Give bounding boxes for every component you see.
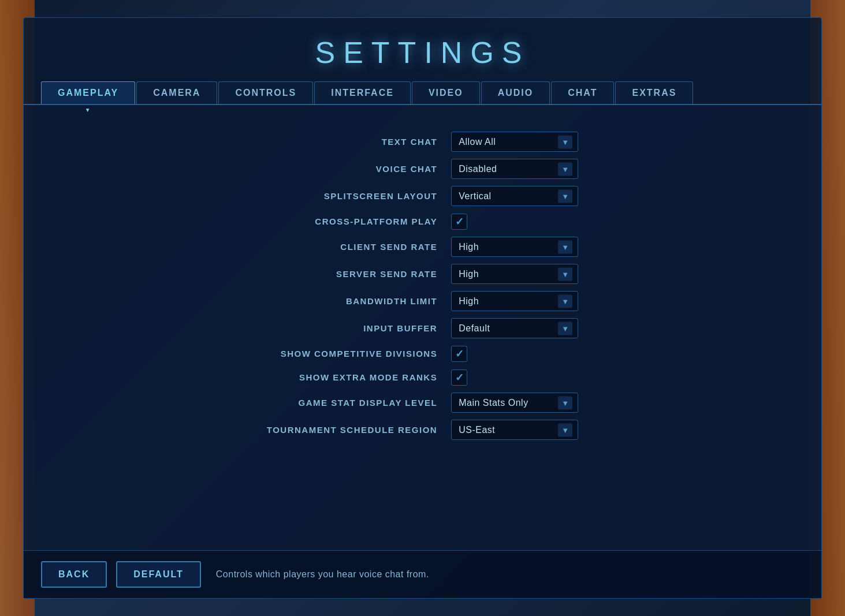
control-client-send-rate: High Medium Low — [451, 233, 624, 260]
tab-interface[interactable]: INTERFACE — [314, 81, 411, 104]
dropdown-input-buffer[interactable]: Default Low High — [451, 318, 578, 338]
label-voice-chat: VOICE CHAT — [221, 157, 452, 181]
label-server-send-rate: SERVER SEND RATE — [221, 262, 452, 286]
settings-grid: TEXT CHAT Allow All Friends Only Disable… — [221, 128, 625, 443]
label-text-chat: TEXT CHAT — [221, 130, 452, 154]
page-title: SETTINGS — [24, 35, 821, 70]
label-tournament-schedule-region: TOURNAMENT SCHEDULE REGION — [221, 418, 452, 442]
dropdown-voice-chat[interactable]: Disabled Friends Only Allow All — [451, 159, 578, 179]
control-cross-platform — [451, 210, 624, 233]
label-input-buffer: INPUT BUFFER — [221, 316, 452, 340]
tab-gameplay[interactable]: GAMEPLAY — [41, 81, 135, 104]
control-server-send-rate: High Medium Low — [451, 260, 624, 288]
main-container: SETTINGS GAMEPLAY CAMERA CONTROLS INTERF… — [23, 17, 822, 599]
content-area: TEXT CHAT Allow All Friends Only Disable… — [24, 104, 821, 550]
dropdown-wrapper-tournament-region: US-East US-West Europe Asia — [451, 420, 578, 440]
label-cross-platform: CROSS-PLATFORM PLAY — [221, 210, 452, 233]
tab-extras[interactable]: EXTRAS — [615, 81, 693, 104]
label-game-stat-display-level: GAME STAT DISPLAY LEVEL — [221, 391, 452, 415]
title-area: SETTINGS — [24, 18, 821, 81]
label-client-send-rate: CLIENT SEND RATE — [221, 235, 452, 259]
dropdown-wrapper-client-send-rate: High Medium Low — [451, 237, 578, 257]
dropdown-wrapper-bandwidth-limit: High Medium Low — [451, 291, 578, 311]
tab-audio[interactable]: AUDIO — [481, 81, 550, 104]
dropdown-bandwidth-limit[interactable]: High Medium Low — [451, 291, 578, 311]
control-text-chat: Allow All Friends Only Disabled — [451, 128, 624, 155]
dropdown-text-chat[interactable]: Allow All Friends Only Disabled — [451, 132, 578, 152]
checkbox-show-competitive-divisions[interactable] — [451, 346, 467, 362]
control-bandwidth-limit: High Medium Low — [451, 288, 624, 315]
dropdown-client-send-rate[interactable]: High Medium Low — [451, 237, 578, 257]
tab-camera[interactable]: CAMERA — [136, 81, 217, 104]
checkbox-wrapper-cross-platform — [451, 214, 467, 230]
dropdown-server-send-rate[interactable]: High Medium Low — [451, 264, 578, 284]
hint-text: Controls which players you hear voice ch… — [216, 569, 429, 580]
control-tournament-schedule-region: US-East US-West Europe Asia — [451, 416, 624, 443]
dropdown-wrapper-game-stat-display: Main Stats Only All Stats None — [451, 393, 578, 413]
label-bandwidth-limit: BANDWIDTH LIMIT — [221, 289, 452, 313]
bottom-bar: BACK DEFAULT Controls which players you … — [24, 550, 821, 598]
control-voice-chat: Disabled Friends Only Allow All — [451, 155, 624, 182]
dropdown-game-stat-display-level[interactable]: Main Stats Only All Stats None — [451, 393, 578, 413]
label-show-competitive-divisions: SHOW COMPETITIVE DIVISIONS — [221, 342, 452, 365]
tab-controls[interactable]: CONTROLS — [218, 81, 313, 104]
dropdown-wrapper-input-buffer: Default Low High — [451, 318, 578, 338]
control-game-stat-display-level: Main Stats Only All Stats None — [451, 389, 624, 416]
control-show-extra-mode-ranks — [451, 366, 624, 389]
control-splitscreen-layout: Vertical Horizontal — [451, 182, 624, 210]
dropdown-wrapper-voice-chat: Disabled Friends Only Allow All — [451, 159, 578, 179]
control-input-buffer: Default Low High — [451, 315, 624, 342]
dropdown-wrapper-splitscreen: Vertical Horizontal — [451, 186, 578, 206]
label-show-extra-mode-ranks: SHOW EXTRA MODE RANKS — [221, 365, 452, 389]
default-button[interactable]: DEFAULT — [116, 561, 201, 588]
checkbox-wrapper-extra-mode-ranks — [451, 369, 467, 386]
dropdown-wrapper-text-chat: Allow All Friends Only Disabled — [451, 132, 578, 152]
tabs-row: GAMEPLAY CAMERA CONTROLS INTERFACE VIDEO… — [24, 81, 821, 104]
checkbox-wrapper-competitive-divisions — [451, 346, 467, 362]
control-show-competitive-divisions — [451, 342, 624, 365]
checkbox-show-extra-mode-ranks[interactable] — [451, 369, 467, 386]
checkbox-cross-platform[interactable] — [451, 214, 467, 230]
tab-video[interactable]: VIDEO — [412, 81, 480, 104]
dropdown-splitscreen-layout[interactable]: Vertical Horizontal — [451, 186, 578, 206]
label-splitscreen-layout: SPLITSCREEN LAYOUT — [221, 184, 452, 208]
dropdown-tournament-schedule-region[interactable]: US-East US-West Europe Asia — [451, 420, 578, 440]
back-button[interactable]: BACK — [41, 561, 107, 588]
dropdown-wrapper-server-send-rate: High Medium Low — [451, 264, 578, 284]
tab-chat[interactable]: CHAT — [551, 81, 614, 104]
